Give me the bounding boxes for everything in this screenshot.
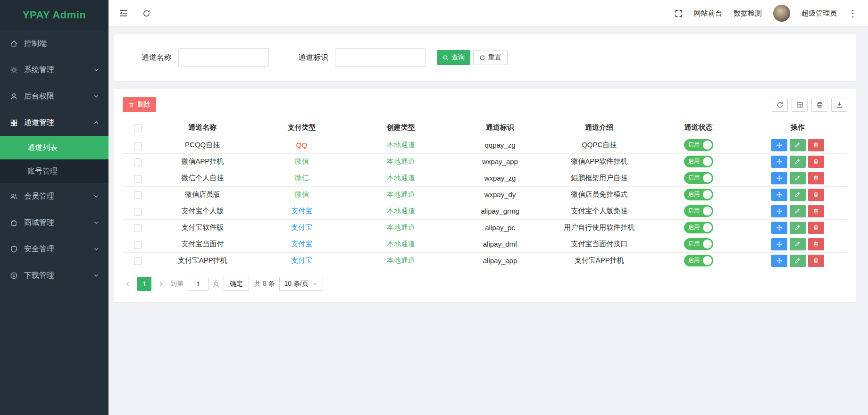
cell-pay-type: 微信 — [294, 190, 309, 198]
sidebar-item-members[interactable]: 会员管理 — [0, 183, 108, 209]
move-button[interactable] — [771, 255, 787, 267]
edit-button[interactable] — [790, 139, 806, 151]
column-header: 通道名称 — [153, 119, 252, 137]
toggle-knob — [703, 207, 712, 216]
delete-row-button[interactable] — [808, 156, 824, 168]
select-all-checkbox[interactable] — [134, 124, 142, 132]
sidebar-item-security[interactable]: 安全管理 — [0, 236, 108, 262]
chevron-down-icon — [93, 193, 99, 199]
page-number-button[interactable]: 1 — [137, 277, 151, 291]
more-menu-icon[interactable]: ⋮ — [848, 8, 858, 18]
cell-channel-name: 支付宝软件版 — [153, 219, 252, 236]
delete-row-button[interactable] — [808, 139, 824, 151]
delete-row-button[interactable] — [808, 172, 824, 184]
export-button[interactable] — [831, 98, 847, 112]
search-button[interactable]: 查询 — [437, 50, 470, 65]
sidebar-item-system[interactable]: 系统管理 — [0, 57, 108, 83]
cell-pay-type: 支付宝 — [291, 223, 312, 231]
cell-channel-name: 微信个人自挂 — [153, 170, 252, 186]
sidebar-item-channel[interactable]: 通道管理 — [0, 109, 108, 136]
cell-channel-code: alipay_pc — [451, 219, 550, 236]
edit-button[interactable] — [790, 189, 806, 201]
reset-button[interactable]: 重置 — [473, 50, 508, 65]
monitor-link[interactable]: 数据检测 — [734, 9, 762, 18]
cell-channel-code: wxpay_dy — [451, 186, 550, 203]
move-button[interactable] — [771, 222, 787, 234]
page-size-select[interactable]: 10 条/页 — [279, 277, 323, 291]
row-checkbox[interactable] — [134, 191, 142, 199]
sidebar-item-channel-list[interactable]: 通道列表 — [0, 136, 108, 159]
row-checkbox[interactable] — [134, 257, 142, 265]
sidebar-item-download[interactable]: 下载管理 — [0, 262, 108, 289]
cell-pay-type: 微信 — [294, 174, 309, 182]
delete-row-button[interactable] — [808, 255, 824, 267]
column-header: 通道介绍 — [550, 119, 649, 137]
row-checkbox[interactable] — [134, 208, 142, 216]
page-size-value: 10 条/页 — [284, 280, 309, 288]
cell-channel-intro: 支付宝APP挂机 — [550, 252, 649, 269]
sidebar-item-mall[interactable]: 商城管理 — [0, 209, 108, 236]
edit-button[interactable] — [790, 255, 806, 267]
edit-button[interactable] — [790, 222, 806, 234]
sidebar-item-account[interactable]: 账号管理 — [0, 159, 108, 183]
channel-name-input[interactable] — [178, 48, 269, 67]
cell-channel-intro: 微信店员免挂模式 — [550, 186, 649, 203]
sidebar-item-label: 会员管理 — [24, 191, 93, 201]
pagination: 1 到第 页 确定 共 8 条 10 条/页 — [123, 277, 847, 291]
delete-row-button[interactable] — [808, 238, 824, 250]
delete-row-button[interactable] — [808, 222, 824, 234]
goto-page-input[interactable] — [188, 277, 209, 291]
refresh-table-button[interactable] — [772, 98, 788, 112]
status-toggle[interactable]: 启用 — [684, 172, 713, 184]
edit-button[interactable] — [790, 172, 806, 184]
status-toggle[interactable]: 启用 — [684, 139, 713, 151]
sidebar-item-console[interactable]: 控制端 — [0, 30, 108, 57]
row-checkbox[interactable] — [134, 158, 142, 166]
move-button[interactable] — [771, 238, 787, 250]
sidebar-item-permissions[interactable]: 后台权限 — [0, 83, 108, 109]
print-button[interactable] — [811, 98, 827, 112]
move-button[interactable] — [771, 156, 787, 168]
move-button[interactable] — [771, 189, 787, 201]
columns-filter-button[interactable] — [792, 98, 808, 112]
cell-channel-intro: 支付宝当面付接口 — [550, 236, 649, 252]
move-button[interactable] — [771, 172, 787, 184]
sidebar-item-label: 通道管理 — [24, 118, 93, 128]
status-toggle[interactable]: 启用 — [684, 222, 713, 233]
next-page-button[interactable] — [156, 277, 166, 291]
avatar[interactable] — [773, 5, 790, 22]
table-row: 支付宝个人版 支付宝 本地通道 alipay_grmg 支付宝个人版免挂 启用 — [123, 203, 847, 219]
fullscreen-icon[interactable] — [675, 9, 683, 17]
delete-row-button[interactable] — [808, 189, 824, 201]
username[interactable]: 超级管理员 — [801, 9, 837, 18]
grid-icon — [9, 118, 18, 127]
collapse-sidebar-icon[interactable] — [119, 9, 128, 17]
cell-create-type: 本地通道 — [387, 174, 415, 182]
confirm-page-button[interactable]: 确定 — [224, 277, 249, 291]
cell-channel-name: 微信APP挂机 — [153, 153, 252, 170]
edit-button[interactable] — [790, 205, 806, 217]
move-button[interactable] — [771, 205, 787, 217]
refresh-page-icon[interactable] — [142, 9, 150, 17]
delete-button[interactable]: 删除 — [123, 97, 156, 112]
status-toggle[interactable]: 启用 — [684, 205, 713, 217]
move-button[interactable] — [771, 139, 787, 151]
frontend-link[interactable]: 网站前台 — [694, 9, 722, 18]
toggle-knob — [703, 256, 712, 265]
reset-button-label: 重置 — [488, 53, 501, 62]
sidebar-item-label: 商城管理 — [24, 218, 93, 228]
prev-page-button[interactable] — [123, 277, 133, 291]
status-toggle[interactable]: 启用 — [684, 189, 713, 200]
status-toggle[interactable]: 启用 — [684, 156, 713, 167]
row-checkbox[interactable] — [134, 142, 142, 149]
row-checkbox[interactable] — [134, 241, 142, 249]
delete-row-button[interactable] — [808, 205, 824, 217]
channel-code-input[interactable] — [335, 48, 426, 67]
edit-button[interactable] — [790, 238, 806, 250]
table-header-row: 通道名称 支付类型 创建类型 通道标识 通道介绍 通道状态 操作 — [123, 119, 847, 137]
status-toggle[interactable]: 启用 — [684, 255, 713, 266]
edit-button[interactable] — [790, 156, 806, 168]
row-checkbox[interactable] — [134, 224, 142, 232]
status-toggle[interactable]: 启用 — [684, 238, 713, 250]
row-checkbox[interactable] — [134, 175, 142, 183]
